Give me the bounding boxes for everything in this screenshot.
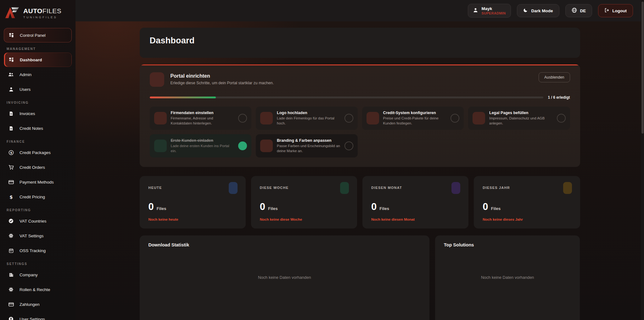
- person-icon: [8, 87, 14, 92]
- user-name: Mayk: [482, 6, 506, 11]
- sidebar-item-admin[interactable]: Admin: [4, 67, 72, 82]
- task-tile-branding-farben-anpassen[interactable]: Branding & Farben anpassenPasse Farben u…: [256, 134, 358, 157]
- sidebar: AUTOFILES TUNINGFILES Control Panel MANA…: [0, 0, 76, 320]
- task-check-circle-icon[interactable]: [344, 141, 353, 150]
- dollar-circle-icon: $: [8, 150, 14, 155]
- moon-icon: [523, 8, 528, 14]
- sidebar-item-company[interactable]: Company: [4, 268, 72, 282]
- setup-tasks: Firmendaten einstellenFirmenname, Adress…: [150, 107, 570, 157]
- sidebar-item-vat-countries[interactable]: VAT Countries: [4, 214, 72, 228]
- check-circle-icon: [8, 218, 14, 223]
- task-description: Firmenname, Adresse und Kontaktdaten hin…: [171, 116, 234, 126]
- stat-accent-icon: [451, 182, 460, 194]
- sidebar-item-payment-methods[interactable]: Payment Methods: [4, 175, 72, 189]
- task-tile-erste-kunden-einladen[interactable]: Erste Kunden einladenLade deine ersten K…: [150, 134, 252, 157]
- sidebar-item-control-panel[interactable]: Control Panel: [4, 28, 72, 42]
- sidebar-item-label: Rollen & Rechte: [20, 287, 50, 292]
- stat-value: 0: [148, 201, 154, 212]
- sidebar-item-label: VAT Countries: [20, 219, 47, 223]
- sidebar-item-credit-pricing[interactable]: $Credit Pricing: [4, 190, 72, 204]
- stat-card-heute: HEUTE0FilesNoch keine heute: [140, 176, 246, 229]
- people-icon: [8, 72, 14, 77]
- task-check-circle-icon[interactable]: [344, 114, 353, 123]
- sidebar-item-user-settings[interactable]: User Settings: [4, 312, 72, 320]
- task-tile-credit-system-konfigurieren[interactable]: Credit-System konfigurierenPreise und Cr…: [362, 107, 464, 130]
- task-check-circle-icon[interactable]: [557, 114, 566, 123]
- setup-progress-fill: [150, 97, 216, 98]
- nav-section-reporting: REPORTING: [0, 204, 76, 213]
- control-panel-label: Control Panel: [20, 33, 46, 38]
- stat-value: 0: [260, 201, 265, 212]
- task-title: Erste Kunden einladen: [171, 138, 234, 143]
- sidebar-item-label: Admin: [20, 72, 31, 77]
- stat-label: DIESES JAHR: [483, 186, 571, 190]
- sidebar-item-oss-tracking[interactable]: OSS Tracking: [4, 243, 72, 258]
- task-tile-legal-pages-bef-llen[interactable]: Legal Pages befüllenImpressum, Datenschu…: [468, 107, 570, 130]
- task-icon: [154, 112, 167, 124]
- task-check-circle-icon[interactable]: [238, 114, 247, 123]
- page-header-card: Dashboard: [140, 28, 580, 58]
- sidebar-item-label: Credit Notes: [20, 126, 43, 131]
- scrollbar-track: [641, 0, 644, 320]
- sidebar-item-label: Credit Orders: [20, 165, 45, 170]
- chart-title: Top Solutions: [444, 242, 571, 247]
- task-title: Legal Pages befüllen: [489, 111, 553, 115]
- charts-row: Download StatistikNoch keine Daten vorha…: [140, 235, 580, 320]
- task-description: Passe Farben und Erscheinungsbild an dei…: [277, 144, 340, 153]
- nav-section-management: MANAGEMENT: [0, 43, 76, 52]
- task-tile-firmendaten-einstellen[interactable]: Firmendaten einstellenFirmenname, Adress…: [150, 107, 252, 130]
- main-area: Mayk SUPERADMIN Dark Mode DE Logout Dash…: [76, 0, 644, 320]
- chart-title: Download Statistik: [148, 242, 421, 247]
- sidebar-item-invoices[interactable]: Invoices: [4, 106, 72, 121]
- person-icon: [473, 8, 478, 14]
- sidebar-item-credit-notes[interactable]: Credit Notes: [4, 121, 72, 135]
- dark-mode-button[interactable]: Dark Mode: [517, 4, 559, 17]
- stat-label: DIESEN MONAT: [371, 186, 460, 190]
- page-title: Dashboard: [150, 36, 570, 46]
- scrollbar-thumb[interactable]: [641, 2, 644, 134]
- hide-setup-button[interactable]: Ausblenden: [539, 72, 570, 82]
- stat-empty-message: Noch keine diesen Monat: [371, 218, 460, 221]
- stat-empty-message: Noch keine diese Woche: [260, 218, 348, 221]
- app: AUTOFILES TUNINGFILES Control Panel MANA…: [0, 0, 644, 320]
- language-button[interactable]: DE: [565, 4, 592, 17]
- sidebar-item-rollen-rechte[interactable]: Rollen & Rechte: [4, 282, 72, 297]
- task-icon: [367, 112, 379, 124]
- logout-button[interactable]: Logout: [598, 4, 633, 17]
- chart-empty-message: Noch keine Daten vorhanden: [444, 275, 571, 280]
- task-icon: [154, 140, 167, 152]
- task-check-done-icon[interactable]: [238, 141, 247, 150]
- user-chip[interactable]: Mayk SUPERADMIN: [468, 4, 511, 18]
- sidebar-item-credit-packages[interactable]: $Credit Packages: [4, 145, 72, 160]
- topbar: Mayk SUPERADMIN Dark Mode DE Logout: [76, 0, 644, 21]
- dollar-icon: $: [8, 194, 14, 200]
- sidebar-item-label: OSS Tracking: [20, 248, 46, 253]
- sidebar-item-users[interactable]: Users: [4, 82, 72, 97]
- page-content: Dashboard Portal einrichten Erledige die…: [76, 21, 644, 320]
- setup-card: Portal einrichten Erledige diese Schritt…: [140, 64, 580, 167]
- brand-logo: AUTOFILES TUNINGFILES: [0, 0, 76, 25]
- setup-progress-track: [150, 97, 544, 98]
- sidebar-item-vat-settings[interactable]: VAT Settings: [4, 229, 72, 243]
- user-role-badge: SUPERADMIN: [482, 11, 506, 15]
- sidebar-item-label: Payment Methods: [20, 180, 54, 185]
- task-tile-logo-hochladen[interactable]: Logo hochladenLade dein Firmenlogo für d…: [256, 107, 358, 130]
- task-check-circle-icon[interactable]: [451, 114, 459, 123]
- file-icon: [8, 126, 14, 131]
- task-icon: [260, 112, 273, 124]
- stat-empty-message: Noch keine dieses Jahr: [483, 218, 571, 221]
- chart-card-download-statistik: Download StatistikNoch keine Daten vorha…: [140, 235, 429, 320]
- sidebar-item-credit-orders[interactable]: Credit Orders: [4, 160, 72, 174]
- stat-label: HEUTE: [148, 186, 237, 190]
- cart-icon: [8, 165, 14, 170]
- task-title: Branding & Farben anpassen: [277, 138, 340, 143]
- sidebar-item-label: Invoices: [20, 111, 35, 116]
- stat-card-diesen-monat: DIESEN MONAT0FilesNoch keine diesen Mona…: [362, 176, 468, 229]
- stat-accent-icon: [229, 182, 238, 194]
- sidebar-item-zahlungen[interactable]: Zahlungen: [4, 297, 72, 312]
- task-description: Lade deine ersten Kunden ins Portal ein.: [171, 144, 234, 153]
- brand-subtitle: TUNINGFILES: [23, 15, 61, 19]
- globe-icon: [572, 8, 577, 14]
- stat-accent-icon: [563, 182, 572, 194]
- sidebar-item-dashboard[interactable]: Dashboard: [4, 52, 72, 67]
